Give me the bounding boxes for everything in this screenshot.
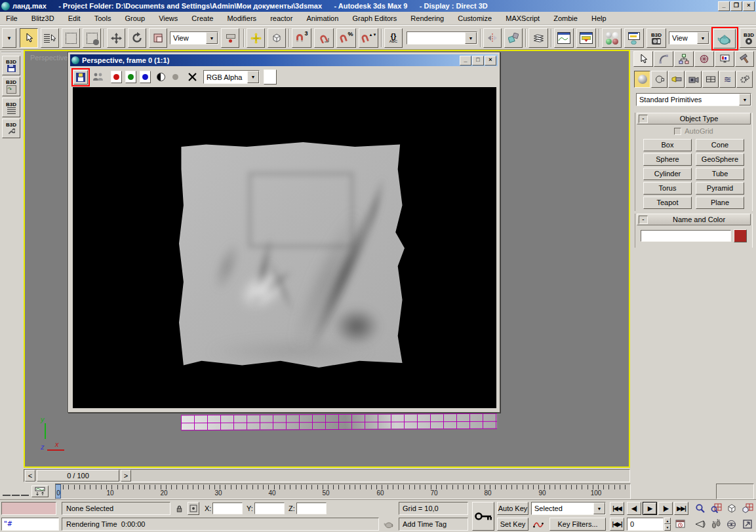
key-mode-toggle-button[interactable]: |◀▶| [610, 518, 624, 531]
monochrome-button[interactable] [155, 71, 167, 83]
spinner-up-icon[interactable]: ▲ [664, 518, 671, 524]
geometry-category-button[interactable] [634, 71, 650, 88]
align-button[interactable] [504, 28, 523, 48]
object-button-cone[interactable]: Cone [696, 139, 744, 151]
rendered-frame-window[interactable]: Perspective, frame 0 (1:1) _ □ × [68, 52, 500, 413]
set-key-mode-toggle[interactable] [472, 502, 494, 531]
object-color-swatch[interactable] [734, 229, 747, 242]
angle-snap-toggle-button[interactable] [314, 28, 334, 48]
pan-button[interactable] [708, 518, 723, 531]
cube-toggle-button[interactable] [268, 28, 286, 48]
quick-render-button[interactable] [713, 29, 736, 48]
tab-create[interactable] [633, 51, 653, 67]
x-coord-field[interactable] [212, 503, 243, 514]
select-and-manipulate-button[interactable] [247, 28, 265, 48]
set-key-button[interactable]: Set Key [497, 518, 528, 531]
zoom-extents-all-button[interactable] [740, 502, 755, 515]
maximize-viewport-toggle-button[interactable] [740, 518, 755, 531]
menu-graph-editors[interactable]: Graph Editors [346, 12, 403, 25]
spinner-down-icon[interactable]: ▼ [664, 524, 671, 531]
object-button-cylinder[interactable]: Cylinder [643, 168, 692, 180]
blue-channel-button[interactable] [140, 71, 151, 83]
b3d-list-button[interactable]: B3D [2, 98, 20, 117]
clear-image-button[interactable] [187, 71, 198, 83]
cameras-category-button[interactable] [685, 71, 702, 88]
collapse-minus-icon[interactable]: - [639, 216, 648, 224]
edit-named-selection-sets-button[interactable]: {} ABC [384, 28, 403, 48]
name-color-rollout-header[interactable]: - Name and Color [637, 214, 751, 225]
tab-display[interactable] [715, 51, 734, 67]
key-scope-dropdown[interactable]: Selected ▼ [531, 502, 606, 515]
render-close-button[interactable]: × [485, 56, 496, 66]
tab-motion[interactable] [694, 51, 714, 67]
menu-group[interactable]: Group [119, 12, 151, 25]
spinner-snap-toggle-button[interactable]: ▲▼ [359, 28, 378, 48]
percent-snap-toggle-button[interactable]: % [336, 28, 356, 48]
zoom-extents-button[interactable] [724, 502, 739, 515]
key-filters-button[interactable]: Key Filters... [549, 518, 606, 531]
green-channel-button[interactable] [125, 71, 136, 83]
material-editor-button[interactable] [602, 28, 622, 48]
named-selection-sets-dropdown[interactable]: ▼ [407, 31, 477, 45]
channel-display-dropdown[interactable]: RGB Alpha ▼ [203, 70, 260, 84]
red-channel-button[interactable] [111, 71, 122, 83]
systems-category-button[interactable] [736, 71, 753, 88]
object-button-box[interactable]: Box [643, 139, 692, 151]
auto-key-button[interactable]: Auto Key [497, 502, 528, 515]
select-by-name-button[interactable] [41, 28, 59, 48]
zoom-all-button[interactable] [708, 502, 723, 515]
current-frame-field[interactable]: 0 [627, 518, 664, 531]
time-configuration-button[interactable] [673, 518, 688, 531]
render-maximize-button[interactable]: □ [472, 56, 484, 66]
go-to-start-button[interactable]: |◀◀ [610, 502, 624, 515]
frame-spinner[interactable]: ▲ ▼ [664, 518, 671, 531]
menu-rendering[interactable]: Rendering [405, 12, 450, 25]
previous-frame-button[interactable]: ◀| [627, 502, 641, 515]
window-titlebar[interactable]: ланд.max - Project Folder: D:\Documents … [0, 0, 756, 12]
reference-coordinate-system-dropdown[interactable]: View ▼ [170, 31, 218, 45]
use-center-flyout-button[interactable] [221, 28, 239, 48]
object-button-geosphere[interactable]: GeoSphere [696, 153, 744, 166]
next-frame-button[interactable]: |▶ [658, 502, 673, 515]
menu-zombie[interactable]: Zombie [547, 12, 584, 25]
arc-rotate-button[interactable] [724, 518, 739, 531]
clone-window-button[interactable] [91, 70, 106, 85]
menu-help[interactable]: Help [586, 12, 612, 25]
restore-button[interactable]: ❐ [730, 1, 742, 11]
b3d-render-button[interactable]: B3D [647, 28, 666, 48]
lights-category-button[interactable] [668, 71, 685, 88]
window-crossing-toggle-button[interactable] [83, 28, 101, 48]
shapes-category-button[interactable] [651, 71, 667, 88]
default-tangent-button[interactable] [530, 518, 547, 531]
terrain-wireframe-object[interactable] [181, 413, 497, 431]
object-button-plane[interactable]: Plane [696, 197, 744, 209]
selection-lock-toggle[interactable] [173, 502, 185, 515]
object-button-teapot[interactable]: Teapot [643, 197, 692, 209]
tab-hierarchy[interactable] [674, 51, 694, 67]
save-image-button[interactable] [73, 70, 88, 85]
space-warps-category-button[interactable]: ≋ [719, 71, 736, 88]
absolute-offset-toggle[interactable] [188, 502, 199, 515]
track-bar-ruler[interactable]: 0 10 20 30 40 50 60 70 80 90 100 [55, 484, 631, 499]
tab-modify[interactable] [654, 51, 673, 67]
menu-customize[interactable]: Customize [452, 12, 498, 25]
object-name-input[interactable] [641, 230, 731, 242]
b3d-export-button[interactable]: B3D ↷ [2, 77, 20, 96]
render-window-titlebar[interactable]: Perspective, frame 0 (1:1) _ □ × [70, 54, 498, 66]
maxscript-mini-listener-input[interactable]: "#("default")" [1, 518, 59, 531]
menu-modifiers[interactable]: Modifiers [221, 12, 262, 25]
y-coord-field[interactable] [254, 503, 285, 514]
object-button-torus[interactable]: Torus [643, 182, 692, 195]
menu-maxscript[interactable]: MAXScript [500, 12, 546, 25]
layer-manager-button[interactable] [528, 28, 548, 48]
select-and-scale-button[interactable] [149, 28, 167, 48]
snap-toggle-3d-button[interactable]: 3 [292, 28, 311, 48]
field-of-view-button[interactable] [692, 518, 707, 531]
render-minimize-button[interactable]: _ [460, 56, 471, 66]
object-button-pyramid[interactable]: Pyramid [696, 182, 744, 195]
go-to-end-button[interactable]: ▶▶| [674, 502, 688, 515]
b3d-right-button[interactable]: B3D [740, 28, 756, 48]
close-button[interactable]: × [743, 1, 755, 11]
autogrid-checkbox[interactable] [674, 128, 681, 135]
mirror-button[interactable] [483, 28, 502, 48]
